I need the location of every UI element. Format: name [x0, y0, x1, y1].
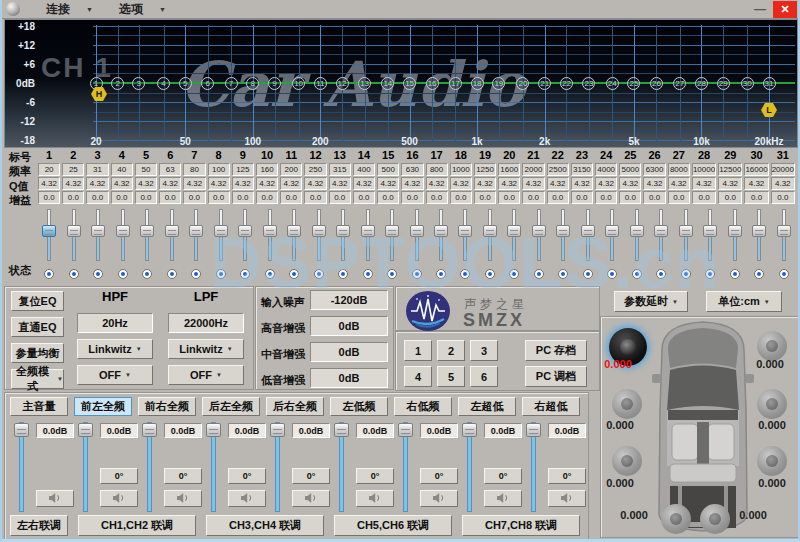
band-gain-cell[interactable]: 0.0 — [183, 191, 205, 204]
speaker-sub-right[interactable] — [700, 504, 730, 534]
eq-band-slider[interactable] — [752, 225, 766, 237]
band-frequency-cell[interactable]: 1000 — [450, 163, 472, 176]
eq-band-radio[interactable] — [632, 269, 642, 279]
eq-band-slider[interactable] — [654, 225, 668, 237]
band-frequency-cell[interactable]: 3150 — [571, 163, 593, 176]
link-ch-button[interactable]: CH1,CH2 联调 — [78, 515, 196, 536]
band-frequency-cell[interactable]: 50 — [135, 163, 157, 176]
eq-band-radio[interactable] — [314, 269, 324, 279]
tone-row-value[interactable]: 0dB — [310, 368, 388, 388]
band-q-cell[interactable]: 4.32 — [668, 177, 690, 190]
channel-button-ch3[interactable]: 后左全频 — [202, 397, 260, 416]
band-q-cell[interactable]: 4.32 — [111, 177, 133, 190]
hpf-frequency-box[interactable]: 20Hz — [77, 313, 153, 333]
band-q-cell[interactable]: 4.32 — [401, 177, 423, 190]
channel-phase-button[interactable]: 0° — [484, 468, 522, 484]
eq-band-radio[interactable] — [412, 269, 422, 279]
bypass-eq-button[interactable]: 直通EQ — [11, 317, 64, 337]
band-q-cell[interactable]: 4.32 — [232, 177, 254, 190]
eq-graph[interactable]: CH 1 Car Audio 20501002005001k2k5k10k20k… — [4, 19, 798, 148]
eq-band-slider[interactable] — [42, 225, 56, 237]
channel-slider[interactable] — [14, 423, 29, 437]
link-ch-button[interactable]: CH7,CH8 联调 — [462, 515, 580, 536]
eq-band-radio[interactable] — [509, 269, 519, 279]
band-gain-cell[interactable]: 0.0 — [111, 191, 133, 204]
band-q-cell[interactable]: 4.32 — [547, 177, 569, 190]
eq-band-handle[interactable]: 23 — [582, 77, 595, 90]
band-q-cell[interactable]: 4.32 — [280, 177, 302, 190]
eq-band-handle[interactable]: 28 — [695, 77, 708, 90]
eq-band-handle[interactable]: 14 — [381, 77, 394, 90]
speaker-mid-right[interactable] — [757, 389, 787, 419]
channel-gain-box[interactable]: 0.0dB — [292, 423, 330, 438]
band-frequency-cell[interactable]: 5000 — [619, 163, 641, 176]
parametric-eq-button[interactable]: 参量均衡 — [11, 343, 64, 363]
band-frequency-cell[interactable]: 630 — [401, 163, 423, 176]
link-ch-button[interactable]: CH3,CH4 联调 — [206, 515, 324, 536]
band-gain-cell[interactable]: 0.0 — [353, 191, 375, 204]
eq-band-handle[interactable]: 9 — [268, 77, 281, 90]
band-gain-cell[interactable]: 0.0 — [329, 191, 351, 204]
band-frequency-cell[interactable]: 20000 — [771, 163, 795, 176]
band-q-cell[interactable]: 4.32 — [571, 177, 593, 190]
channel-phase-button[interactable]: 0° — [356, 468, 394, 484]
band-frequency-cell[interactable]: 20 — [38, 163, 60, 176]
preset-slot-button[interactable]: 6 — [470, 366, 498, 387]
band-q-cell[interactable]: 4.32 — [353, 177, 375, 190]
band-frequency-cell[interactable]: 12500 — [718, 163, 742, 176]
band-frequency-cell[interactable]: 80 — [183, 163, 205, 176]
channel-gain-box[interactable]: 0.0dB — [356, 423, 394, 438]
link-ch-button[interactable]: CH5,CH6 联调 — [334, 515, 452, 536]
channel-slider[interactable] — [206, 423, 221, 437]
eq-band-radio[interactable] — [436, 269, 446, 279]
hpf-state-select[interactable]: OFF▼ — [77, 365, 153, 385]
eq-band-handle[interactable]: 6 — [201, 77, 214, 90]
channel-mute-button[interactable] — [164, 490, 202, 507]
eq-band-slider[interactable] — [189, 225, 203, 237]
channel-gain-box[interactable]: 0.0dB — [228, 423, 266, 438]
eq-band-radio[interactable] — [191, 269, 201, 279]
channel-slider[interactable] — [270, 423, 285, 437]
band-gain-cell[interactable]: 0.0 — [38, 191, 60, 204]
channel-phase-button[interactable]: 0° — [228, 468, 266, 484]
channel-button-master[interactable]: 主音量 — [10, 397, 68, 416]
hpf-filter-select[interactable]: Linkwitz▼ — [77, 339, 153, 359]
reset-eq-button[interactable]: 复位EQ — [11, 291, 64, 311]
eq-band-slider[interactable] — [214, 225, 228, 237]
eq-band-slider[interactable] — [728, 225, 742, 237]
band-q-cell[interactable]: 4.32 — [498, 177, 520, 190]
band-q-cell[interactable]: 4.32 — [159, 177, 181, 190]
band-gain-cell[interactable]: 0.0 — [256, 191, 278, 204]
channel-mute-button[interactable] — [484, 490, 522, 507]
channel-gain-box[interactable]: 0.0dB — [420, 423, 458, 438]
eq-band-slider[interactable] — [287, 225, 301, 237]
eq-band-handle[interactable]: 21 — [538, 77, 551, 90]
channel-mute-button[interactable] — [292, 490, 330, 507]
preset-slot-button[interactable]: 4 — [404, 366, 432, 387]
pc-save-button[interactable]: PC 存档 — [525, 340, 587, 361]
band-gain-cell[interactable]: 0.0 — [571, 191, 593, 204]
band-gain-cell[interactable]: 0.0 — [304, 191, 326, 204]
eq-band-radio[interactable] — [705, 269, 715, 279]
eq-band-handle[interactable]: 26 — [650, 77, 663, 90]
band-frequency-cell[interactable]: 200 — [280, 163, 302, 176]
band-frequency-cell[interactable]: 2000 — [522, 163, 544, 176]
band-frequency-cell[interactable]: 25 — [62, 163, 84, 176]
tone-row-value[interactable]: 0dB — [310, 342, 388, 362]
band-gain-cell[interactable]: 0.0 — [692, 191, 716, 204]
channel-phase-button[interactable]: 0° — [100, 468, 138, 484]
eq-band-radio[interactable] — [387, 269, 397, 279]
eq-band-slider[interactable] — [91, 225, 105, 237]
channel-slider[interactable] — [142, 423, 157, 437]
band-frequency-cell[interactable]: 31 — [86, 163, 108, 176]
band-frequency-cell[interactable]: 4000 — [595, 163, 617, 176]
eq-band-radio[interactable] — [681, 269, 691, 279]
band-gain-cell[interactable]: 0.0 — [450, 191, 472, 204]
link-left-right-button[interactable]: 左右联调 — [10, 515, 68, 536]
band-gain-cell[interactable]: 0.0 — [159, 191, 181, 204]
eq-band-slider[interactable] — [165, 225, 179, 237]
band-q-cell[interactable]: 4.32 — [135, 177, 157, 190]
channel-button-ch2[interactable]: 前右全频 — [138, 397, 196, 416]
band-q-cell[interactable]: 4.32 — [718, 177, 742, 190]
band-frequency-cell[interactable]: 100 — [208, 163, 230, 176]
